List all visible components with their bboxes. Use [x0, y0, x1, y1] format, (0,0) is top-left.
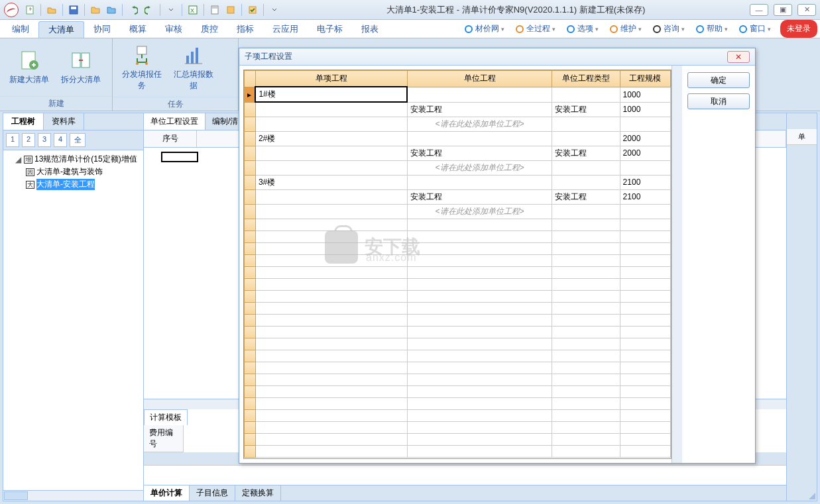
cell-single-project[interactable]: 2#楼	[255, 131, 407, 146]
menu-tab-7[interactable]: 云应用	[263, 20, 308, 38]
qat-new-icon[interactable]	[23, 3, 37, 17]
tree-node[interactable]: 大大清单-安装工程	[6, 178, 141, 191]
menu-right-qq-icon[interactable]: 咨询 ▾	[647, 20, 690, 38]
cell-unit-type[interactable]: 安装工程	[552, 189, 620, 204]
cell-unit-project[interactable]: <请在此处添加单位工程>	[407, 204, 552, 219]
cell-unit-type[interactable]	[552, 87, 620, 102]
cell-unit-project[interactable]	[407, 131, 552, 146]
dialog-titlebar[interactable]: 子项工程设置 ✕	[239, 48, 755, 66]
cell-scale[interactable]: 2100	[620, 189, 670, 204]
cell-single-project[interactable]	[255, 160, 407, 175]
cancel-button[interactable]: 取消	[687, 93, 750, 109]
table-row-empty[interactable]	[245, 242, 671, 254]
cell-scale[interactable]	[620, 160, 670, 175]
row-header-cell[interactable]	[245, 189, 256, 204]
cell-scale[interactable]: 2000	[620, 131, 670, 146]
tree-root-node[interactable]: ◢增13规范清单计价(15定额)增值	[6, 153, 141, 166]
cell-scale[interactable]: 2000	[620, 146, 670, 160]
calc-template-tab[interactable]: 计算模板	[144, 409, 188, 425]
menu-tab-5[interactable]: 质控	[192, 20, 227, 38]
qat-expand-icon[interactable]	[267, 3, 282, 17]
dialog-vscrollbar[interactable]	[672, 66, 682, 463]
table-row[interactable]: <请在此处添加单位工程>	[245, 204, 671, 219]
close-button[interactable]: ✕	[797, 4, 816, 16]
cell-unit-project[interactable]: 安装工程	[407, 146, 552, 160]
cell-unit-type[interactable]	[552, 175, 620, 189]
tab-unit-price[interactable]: 单价计算	[144, 485, 190, 501]
menu-right-wrench-icon[interactable]: 维护 ▾	[604, 20, 647, 38]
qat-open-icon[interactable]	[44, 3, 59, 17]
col-unit-project-type[interactable]: 单位工程类型	[552, 71, 620, 87]
ribbon-split-button[interactable]: 拆分大清单	[58, 41, 103, 93]
tab-project-tree[interactable]: 工程树	[3, 113, 44, 130]
minimize-button[interactable]: ―	[750, 4, 768, 16]
qat-book-icon[interactable]	[223, 3, 238, 17]
tab-item-info[interactable]: 子目信息	[190, 485, 235, 501]
table-row-empty[interactable]	[245, 219, 671, 230]
numtab-2[interactable]: 2	[22, 133, 35, 147]
table-row[interactable]: 安装工程安装工程1000	[245, 102, 671, 117]
menu-tab-2[interactable]: 协同	[84, 20, 120, 38]
cell-unit-project[interactable]: <请在此处添加单位工程>	[407, 160, 552, 175]
cell-unit-project[interactable]: 安装工程	[407, 189, 552, 204]
cell-scale[interactable]	[620, 204, 670, 219]
cell-single-project[interactable]: 3#楼	[255, 175, 407, 189]
cell-single-project[interactable]	[255, 146, 407, 160]
qat-redo-icon[interactable]	[142, 3, 156, 17]
row-header-cell[interactable]	[245, 204, 256, 219]
row-header-cell[interactable]	[245, 160, 256, 175]
cell-single-project[interactable]	[255, 189, 407, 204]
menu-right-gear-icon[interactable]: 选项 ▾	[561, 20, 604, 38]
numtab-4[interactable]: 4	[54, 133, 67, 147]
table-row-empty[interactable]	[245, 445, 671, 457]
table-row[interactable]: 3#楼2100	[245, 175, 671, 189]
qat-save-icon[interactable]	[66, 3, 81, 17]
cell-unit-type[interactable]	[552, 117, 620, 131]
row-header-cell[interactable]	[245, 131, 256, 146]
cell-scale[interactable]: 2100	[620, 175, 670, 189]
resize-grip-icon[interactable]	[807, 491, 815, 499]
table-row-empty[interactable]	[245, 362, 671, 374]
menu-right-process-icon[interactable]: 全过程 ▾	[510, 20, 561, 38]
row-header-cell[interactable]	[245, 117, 256, 131]
dialog-close-button[interactable]: ✕	[727, 51, 750, 63]
menu-tab-1[interactable]: 大清单	[38, 21, 84, 38]
menu-tab-4[interactable]: 审核	[156, 20, 192, 38]
table-row-empty[interactable]	[245, 314, 671, 326]
row-header-cell[interactable]: ▸	[245, 87, 256, 102]
dialog-table[interactable]: 单项工程 单位工程 单位工程类型 工程规模 ▸1#楼1000安装工程安装工程10…	[243, 70, 672, 459]
tab-unit-project-setting[interactable]: 单位工程设置	[144, 113, 205, 130]
numtab-3[interactable]: 3	[38, 133, 51, 147]
table-row-empty[interactable]	[245, 338, 671, 350]
table-row-empty[interactable]	[245, 302, 671, 314]
ribbon-dist-button[interactable]: 分发填报任务	[119, 41, 164, 94]
numtab-全[interactable]: 全	[70, 133, 86, 147]
menu-tab-9[interactable]: 报表	[352, 20, 388, 38]
qat-check-icon[interactable]	[245, 3, 260, 17]
row-header-cell[interactable]	[245, 146, 256, 160]
col-project-scale[interactable]: 工程规模	[620, 71, 670, 87]
cell-unit-project[interactable]: 安装工程	[407, 102, 552, 117]
cell-single-project[interactable]	[255, 102, 407, 117]
qat-more-icon[interactable]	[164, 3, 178, 17]
cell-unit-type[interactable]	[552, 131, 620, 146]
ok-button[interactable]: 确定	[687, 72, 750, 88]
maximize-button[interactable]: ▣	[774, 4, 792, 16]
cell-scale[interactable]: 1000	[620, 87, 670, 102]
table-row[interactable]: 安装工程安装工程2000	[245, 146, 671, 160]
hscrollbar[interactable]	[3, 490, 143, 501]
table-row[interactable]: <请在此处添加单位工程>	[245, 117, 671, 131]
qat-folder2-icon[interactable]	[104, 3, 119, 17]
project-tree[interactable]: ◢增13规范清单计价(15定额)增值 因大清单-建筑与装饰大大清单-安装工程	[3, 150, 143, 490]
table-row-empty[interactable]	[245, 326, 671, 338]
cell-unit-project[interactable]: <请在此处添加单位工程>	[407, 117, 552, 131]
cell-scale[interactable]	[620, 117, 670, 131]
menu-tab-8[interactable]: 电子标	[308, 20, 352, 38]
table-row-empty[interactable]	[245, 350, 671, 362]
table-row[interactable]: 2#楼2000	[245, 131, 671, 146]
login-status-pill[interactable]: 未登录	[780, 20, 817, 38]
ribbon-new-button[interactable]: 新建大清单	[7, 41, 52, 93]
cell-unit-type[interactable]	[552, 204, 620, 219]
menu-right-price-icon[interactable]: 材价网 ▾	[459, 20, 510, 38]
table-row-empty[interactable]	[245, 230, 671, 242]
